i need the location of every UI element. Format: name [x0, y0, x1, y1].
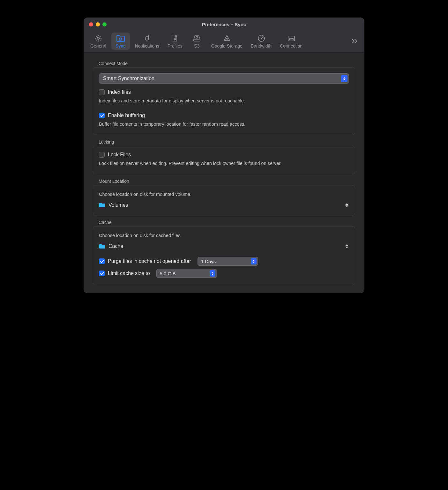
section-connect-mode: Smart Synchronization Index files Index … [93, 67, 355, 135]
tab-label: S3 [194, 43, 199, 48]
tab-profiles[interactable]: Profiles [164, 33, 186, 50]
updown-icon [345, 244, 349, 248]
limit-size-value: 5.0 GiB [160, 271, 176, 276]
toolbar-tabs: General Sync [87, 33, 349, 50]
updown-icon [345, 203, 349, 207]
preferences-window: Preferences – Sync General [84, 18, 364, 293]
connect-mode-value: Smart Synchronization [103, 76, 154, 81]
content-area: Connect Mode Smart Synchronization Index… [84, 53, 364, 293]
zoom-window-button[interactable] [102, 22, 107, 26]
lock-files-checkbox[interactable] [99, 152, 105, 158]
tab-label: General [90, 43, 106, 48]
section-cache: Choose location on disk for cached files… [93, 226, 355, 285]
purge-checkbox[interactable] [99, 258, 105, 264]
tab-google-storage[interactable]: Google Storage [208, 33, 246, 50]
toolbar: General Sync [84, 31, 364, 53]
purge-duration-value: 1 Days [201, 259, 216, 264]
section-title-mount: Mount Location [99, 179, 358, 184]
limit-checkbox[interactable] [99, 271, 105, 276]
tab-label: Google Storage [211, 43, 243, 48]
index-files-label: Index files [108, 89, 131, 95]
cache-desc: Choose location on disk for cached files… [99, 232, 349, 239]
select-stepper-icon [210, 270, 215, 277]
enable-buffering-row: Enable buffering [99, 113, 349, 118]
window-title: Preferences – Sync [84, 22, 364, 27]
folder-icon [99, 203, 105, 208]
purge-duration-select[interactable]: 1 Days [198, 257, 258, 266]
select-stepper-icon [341, 75, 347, 82]
gear-icon [94, 34, 102, 43]
svg-point-4 [261, 38, 262, 39]
close-window-button[interactable] [89, 22, 93, 26]
select-stepper-icon [251, 258, 257, 264]
tab-label: Profiles [168, 43, 183, 48]
section-locking: Lock Files Lock files on server when edi… [93, 146, 355, 174]
mount-folder-name: Volumes [108, 202, 128, 208]
index-files-checkbox[interactable] [99, 89, 105, 95]
cache-folder-name: Cache [108, 243, 123, 249]
tab-label: Sync [116, 43, 125, 48]
overflow-button[interactable] [349, 38, 361, 44]
section-mount: Choose location on disk for mounted volu… [93, 185, 355, 215]
connect-mode-select[interactable]: Smart Synchronization [99, 73, 349, 84]
enable-buffering-label: Enable buffering [108, 113, 145, 118]
mount-desc: Choose location on disk for mounted volu… [99, 191, 349, 198]
svg-point-0 [97, 37, 99, 40]
index-files-desc: Index files and store metadata for displ… [99, 98, 349, 104]
limit-label: Limit cache size to [108, 271, 150, 276]
traffic-lights [84, 22, 107, 26]
lock-files-desc: Lock files on server when editing. Preve… [99, 160, 349, 167]
tab-label: Notifications [135, 43, 159, 48]
enable-buffering-desc: Buffer file contents in temporary locati… [99, 121, 349, 128]
tab-bandwidth[interactable]: Bandwidth [248, 33, 275, 50]
google-storage-icon [222, 34, 231, 43]
ethernet-icon [287, 34, 296, 43]
tab-connection[interactable]: Connection [277, 33, 306, 50]
index-files-row: Index files [99, 89, 349, 95]
lock-files-label: Lock Files [108, 152, 131, 158]
section-title-locking: Locking [99, 139, 358, 145]
lock-files-row: Lock Files [99, 152, 349, 158]
section-title-cache: Cache [99, 220, 358, 225]
s3-drive-icon [192, 34, 202, 43]
titlebar: Preferences – Sync [84, 18, 364, 31]
section-title-connect-mode: Connect Mode [99, 61, 358, 66]
gauge-icon [257, 34, 265, 43]
folder-icon [99, 244, 105, 249]
tab-label: Connection [280, 43, 302, 48]
tab-label: Bandwidth [251, 43, 272, 48]
purge-label: Purge files in cache not opened after [108, 258, 191, 264]
tab-general[interactable]: General [87, 33, 109, 50]
limit-size-select[interactable]: 5.0 GiB [156, 269, 217, 278]
tab-s3[interactable]: S3 [188, 33, 206, 50]
minimize-window-button[interactable] [96, 22, 100, 26]
document-swap-icon [171, 34, 179, 43]
tab-notifications[interactable]: Notifications [132, 33, 162, 50]
svg-point-1 [148, 35, 149, 37]
mount-folder-select[interactable]: Volumes [99, 202, 349, 208]
cache-folder-select[interactable]: Cache [99, 243, 349, 249]
folder-sync-icon [116, 34, 125, 43]
bell-icon [143, 34, 151, 43]
enable-buffering-checkbox[interactable] [99, 113, 105, 118]
tab-sync[interactable]: Sync [111, 33, 130, 50]
limit-row: Limit cache size to 5.0 GiB [99, 269, 349, 278]
purge-row: Purge files in cache not opened after 1 … [99, 257, 349, 266]
